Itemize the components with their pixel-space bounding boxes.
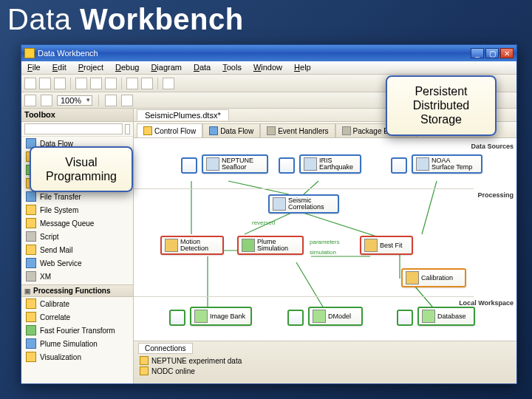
- iris-icon: [304, 157, 317, 171]
- toolbox-item[interactable]: Plume Simulation: [21, 337, 133, 350]
- title-bold: Workbench: [80, 3, 244, 35]
- toolbox-item[interactable]: XM: [21, 270, 133, 283]
- connection-item[interactable]: NEPTUNE experiment data: [138, 355, 512, 366]
- callout-text: Persistent Distributed Storage: [413, 85, 469, 126]
- node-motion[interactable]: Motion Detection: [160, 236, 224, 255]
- menu-file[interactable]: File: [21, 61, 47, 74]
- node-label: Image Bank: [210, 313, 245, 320]
- node-label: Calibration: [421, 274, 453, 282]
- node-seismic[interactable]: Seismic Correlations: [268, 194, 339, 214]
- toolbox-item-label: File Transfer: [40, 193, 81, 201]
- toolbox-item[interactable]: File System: [21, 203, 133, 216]
- fft-icon: [26, 325, 36, 335]
- node-label: DModel: [328, 313, 351, 320]
- node-dmodel[interactable]: DModel: [308, 307, 363, 326]
- callout-visual-programming: Visual Programming: [30, 146, 133, 192]
- node-connector[interactable]: [397, 310, 413, 326]
- connection-item[interactable]: NODC online: [138, 366, 512, 376]
- minimize-button[interactable]: _: [471, 48, 484, 58]
- menu-project[interactable]: Project: [72, 61, 109, 74]
- toolbox-item[interactable]: Send Mail: [21, 243, 133, 256]
- tab-data-flow[interactable]: Data Flow: [202, 123, 260, 137]
- node-label: NOAA Surface Temp: [432, 157, 472, 171]
- node-calibration[interactable]: Calibration: [401, 268, 466, 287]
- dmodel-icon: [313, 310, 326, 323]
- menu-window[interactable]: Window: [248, 61, 288, 74]
- menu-debug[interactable]: Debug: [109, 61, 145, 74]
- viz-icon: [26, 352, 36, 362]
- toolbox-item[interactable]: Visualization: [21, 350, 133, 364]
- toolbox-section-processing[interactable]: Processing Functions: [21, 284, 133, 297]
- zoom-in-icon[interactable]: [41, 95, 52, 106]
- tab-event-handlers[interactable]: Event Handlers: [260, 123, 335, 137]
- dataflow-icon: [209, 126, 218, 135]
- zoom-combo[interactable]: 100%: [57, 95, 92, 106]
- slide-title: Data Workbench: [0, 0, 532, 38]
- filesystem-icon: [26, 205, 36, 215]
- connections-tab[interactable]: Connections: [138, 343, 193, 354]
- run-icon[interactable]: [163, 78, 174, 89]
- menu-edit[interactable]: Edit: [47, 61, 72, 74]
- node-connector[interactable]: [287, 310, 304, 326]
- node-label: Best Fit: [380, 242, 403, 249]
- cut-icon[interactable]: [75, 78, 87, 89]
- tab-label: Control Flow: [154, 127, 196, 135]
- menu-data[interactable]: Data: [188, 61, 216, 74]
- node-connector[interactable]: [181, 157, 197, 174]
- node-database[interactable]: Database: [417, 307, 475, 326]
- toolbox-item[interactable]: Fast Fourier Transform: [21, 324, 133, 337]
- grid-icon[interactable]: [105, 95, 117, 106]
- node-bestfit[interactable]: Best Fit: [360, 236, 413, 255]
- copy-icon[interactable]: [90, 78, 102, 89]
- web-icon: [26, 258, 36, 268]
- designer-area: SeismicPlumes.dtsx* Control Flow Data Fl…: [134, 109, 516, 383]
- node-imagebank[interactable]: Image Bank: [190, 307, 252, 326]
- toolbox-item-label: Fast Fourier Transform: [40, 327, 115, 335]
- document-tab[interactable]: SeismicPlumes.dtsx*: [137, 109, 229, 120]
- toolbox-item[interactable]: Web Service: [21, 256, 133, 270]
- toolbox-item[interactable]: Message Queue: [21, 216, 133, 230]
- new-icon[interactable]: [24, 78, 36, 89]
- search-clear-icon[interactable]: [125, 124, 130, 134]
- maximize-button[interactable]: ▢: [485, 48, 499, 58]
- noaa-icon: [416, 157, 429, 171]
- menu-tools[interactable]: Tools: [216, 61, 248, 74]
- node-connector[interactable]: [391, 157, 407, 174]
- menu-help[interactable]: Help: [288, 61, 317, 74]
- redo-icon[interactable]: [141, 78, 153, 89]
- toolbox-header: Toolbox: [21, 109, 133, 122]
- edge-label-reversed: reversed: [252, 219, 275, 226]
- menu-diagram[interactable]: Diagram: [145, 61, 188, 74]
- undo-icon[interactable]: [126, 78, 138, 89]
- mail-icon: [26, 245, 36, 255]
- toolbox-item-label: Calibrate: [40, 300, 69, 308]
- section-label-sources: Data Sources: [471, 143, 514, 150]
- node-iris[interactable]: IRIS Earthquake: [299, 154, 361, 174]
- tab-control-flow[interactable]: Control Flow: [137, 123, 202, 137]
- toolbox-item-label: XM: [40, 273, 51, 281]
- zoom-out-icon[interactable]: [24, 95, 36, 106]
- imagebank-icon: [194, 310, 208, 323]
- paste-icon[interactable]: [105, 78, 117, 89]
- xm-icon: [26, 271, 36, 282]
- node-connector[interactable]: [169, 310, 185, 326]
- open-icon[interactable]: [39, 78, 51, 89]
- toolbox-item[interactable]: Correlate: [21, 310, 133, 324]
- toolbox-item[interactable]: Script: [21, 230, 133, 243]
- toolbox-item-label: Web Service: [40, 259, 82, 267]
- node-noaa[interactable]: NOAA Surface Temp: [412, 154, 482, 174]
- svg-line-10: [296, 262, 326, 312]
- connection-label: NEPTUNE experiment data: [151, 357, 242, 365]
- titlebar[interactable]: Data Workbench _ ▢ ✕: [21, 45, 516, 61]
- node-connector[interactable]: [279, 157, 295, 174]
- align-icon[interactable]: [121, 95, 133, 106]
- node-plume[interactable]: Plume Simulation: [237, 236, 304, 255]
- node-neptune[interactable]: NEPTUNE Seafloor: [202, 154, 268, 174]
- close-button[interactable]: ✕: [500, 48, 514, 58]
- save-icon[interactable]: [54, 78, 66, 89]
- globe-icon: [273, 197, 286, 211]
- toolbox-search-input[interactable]: [24, 123, 123, 134]
- toolbox-item-label: Script: [40, 233, 59, 241]
- toolbox-item[interactable]: Calibrate: [21, 297, 133, 310]
- design-canvas[interactable]: Data Sources Processing Local Workspace …: [134, 138, 516, 341]
